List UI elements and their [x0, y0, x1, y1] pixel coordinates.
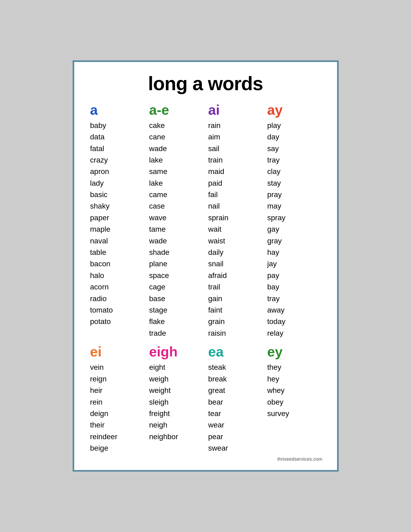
- word: lady: [90, 177, 144, 189]
- header-ea: ea: [208, 344, 262, 359]
- wordlist-ea: steak break great bear tear wear pear sw…: [208, 361, 262, 454]
- word: case: [149, 200, 203, 212]
- word: tear: [208, 408, 262, 419]
- column-ai: ai rain aim sail train maid paid fail na…: [206, 102, 265, 339]
- word: day: [267, 131, 321, 143]
- word: hay: [267, 247, 321, 258]
- word: away: [267, 304, 321, 316]
- word: snail: [208, 258, 262, 269]
- word: gray: [267, 235, 321, 247]
- word: same: [149, 166, 203, 177]
- header-ei: ei: [90, 344, 144, 359]
- header-eigh: eigh: [149, 344, 203, 359]
- word: neighbor: [149, 431, 203, 442]
- word: wade: [149, 143, 203, 154]
- word: raisin: [208, 327, 262, 339]
- word: break: [208, 373, 262, 385]
- word: sail: [208, 143, 262, 154]
- word: reign: [90, 373, 144, 385]
- word: plane: [149, 258, 203, 269]
- word: great: [208, 385, 262, 396]
- column-ea: ea steak break great bear tear wear pear…: [206, 344, 265, 454]
- wordlist-eigh: eight weigh weight sleigh freight neigh …: [149, 361, 203, 442]
- word: bay: [267, 281, 321, 293]
- word: train: [208, 154, 262, 166]
- column-ei: ei vein reign heir rein deign their rein…: [88, 344, 147, 454]
- column-ae: a-e cake cane wade lake same lake came c…: [147, 102, 206, 339]
- word: naval: [90, 235, 144, 247]
- word: may: [267, 200, 321, 212]
- word: flake: [149, 316, 203, 327]
- header-ae: a-e: [149, 102, 203, 118]
- word: wear: [208, 419, 262, 431]
- word: lake: [149, 177, 203, 189]
- word: deign: [90, 408, 144, 419]
- word: they: [267, 361, 321, 373]
- header-a: a: [90, 102, 144, 118]
- word: bacon: [90, 258, 144, 269]
- word: bear: [208, 396, 262, 408]
- word: fail: [208, 189, 262, 200]
- word: clay: [267, 166, 321, 177]
- word: neigh: [149, 419, 203, 431]
- footer-text: thriveedservices.com: [88, 456, 324, 462]
- word: survey: [267, 408, 321, 419]
- wordlist-ey: they hey whey obey survey: [267, 361, 321, 419]
- header-ay: ay: [267, 102, 321, 118]
- word: tame: [149, 223, 203, 235]
- word: tray: [267, 154, 321, 166]
- word: eight: [149, 361, 203, 373]
- word: stay: [267, 177, 321, 189]
- word: rein: [90, 396, 144, 408]
- word: lake: [149, 154, 203, 166]
- word: reindeer: [90, 431, 144, 442]
- word: wade: [149, 235, 203, 247]
- column-ay: ay play day say tray clay stay pray may …: [265, 102, 324, 339]
- word: swear: [208, 442, 262, 454]
- word: beige: [90, 442, 144, 454]
- word: daily: [208, 247, 262, 258]
- word: whey: [267, 385, 321, 396]
- word: jay: [267, 258, 321, 269]
- word: their: [90, 419, 144, 431]
- word: gain: [208, 293, 262, 304]
- word: radio: [90, 293, 144, 304]
- word: play: [267, 120, 321, 131]
- word: pear: [208, 431, 262, 442]
- word: pray: [267, 189, 321, 200]
- word: paid: [208, 177, 262, 189]
- wordlist-ae: cake cane wade lake same lake came case …: [149, 120, 203, 339]
- column-ey: ey they hey whey obey survey: [265, 344, 324, 454]
- word: pay: [267, 270, 321, 281]
- word: weigh: [149, 373, 203, 385]
- word: basic: [90, 189, 144, 200]
- word: trade: [149, 327, 203, 339]
- word: baby: [90, 120, 144, 131]
- word: tray: [267, 293, 321, 304]
- word: cane: [149, 131, 203, 143]
- word: hey: [267, 373, 321, 385]
- word: today: [267, 316, 321, 327]
- word: wait: [208, 223, 262, 235]
- word: potato: [90, 316, 144, 327]
- word: acorn: [90, 281, 144, 293]
- word: spray: [267, 212, 321, 223]
- word: stage: [149, 304, 203, 316]
- word: waist: [208, 235, 262, 247]
- word: grain: [208, 316, 262, 327]
- word: say: [267, 143, 321, 154]
- word: sleigh: [149, 396, 203, 408]
- word: maid: [208, 166, 262, 177]
- word: nail: [208, 200, 262, 212]
- word: freight: [149, 408, 203, 419]
- wordlist-a: baby data fatal crazy apron lady basic s…: [90, 120, 144, 327]
- word: halo: [90, 270, 144, 281]
- word: shaky: [90, 200, 144, 212]
- header-ey: ey: [267, 344, 321, 359]
- word: aim: [208, 131, 262, 143]
- word: shade: [149, 247, 203, 258]
- bottom-columns: ei vein reign heir rein deign their rein…: [88, 344, 324, 454]
- word: heir: [90, 385, 144, 396]
- word: afraid: [208, 270, 262, 281]
- word: tomato: [90, 304, 144, 316]
